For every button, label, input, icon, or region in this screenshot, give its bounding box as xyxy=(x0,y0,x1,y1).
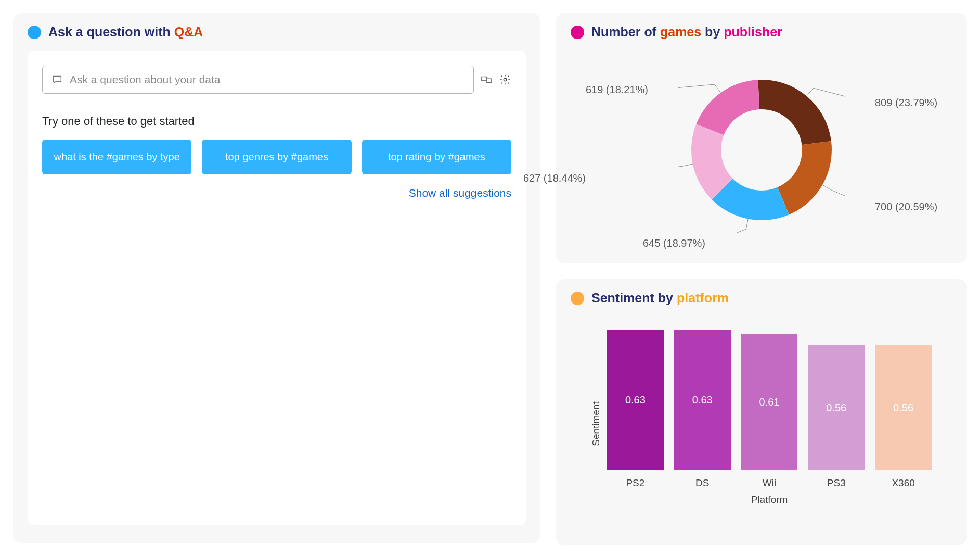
suggestion-chip-2[interactable]: top rating by #games xyxy=(362,140,511,174)
donut-label: 700 (20.59%) xyxy=(875,201,937,213)
donut-slice[interactable] xyxy=(696,80,759,135)
svg-rect-1 xyxy=(486,79,491,82)
svg-point-2 xyxy=(504,78,507,81)
convert-icon[interactable] xyxy=(480,73,493,86)
bar-title: Sentiment by platform xyxy=(571,290,952,306)
bar-ylabel: Sentiment xyxy=(590,401,602,446)
bar[interactable]: 0.63 xyxy=(607,330,664,470)
bar[interactable]: 0.56 xyxy=(808,345,865,470)
suggestion-chip-0[interactable]: what is the #games by type xyxy=(42,140,191,174)
qna-title-seg2: Q&A xyxy=(174,24,203,39)
donut-title: Number of games by publisher xyxy=(571,24,952,40)
qna-title-seg1: Ask a question with xyxy=(48,24,174,39)
qna-input[interactable] xyxy=(70,73,465,86)
donut-label: 619 (18.21%) xyxy=(586,84,648,96)
suggestion-chip-1[interactable]: top genres by #games xyxy=(202,140,351,174)
bar-category-label: Wii xyxy=(763,477,776,489)
gear-icon[interactable] xyxy=(499,73,511,86)
bar-category-label: DS xyxy=(695,477,709,489)
dot-icon xyxy=(571,292,584,305)
bars-area: 0.63PS20.63DS0.61Wii0.56PS30.56X360 xyxy=(602,333,937,489)
bar-chart: Sentiment 0.63PS20.63DS0.61Wii0.56PS30.5… xyxy=(571,317,952,530)
publisher-donut-card: Number of games by publisher 809 (23.79%… xyxy=(556,13,967,263)
bar-col: 0.61Wii xyxy=(741,334,798,489)
try-label: Try one of these to get started xyxy=(42,115,511,128)
qna-title: Ask a question with Q&A xyxy=(28,24,526,40)
bar-xlabel: Platform xyxy=(602,494,937,506)
donut-slice[interactable] xyxy=(758,80,831,145)
donut-title-seg2: games xyxy=(660,24,701,39)
donut-slice[interactable] xyxy=(778,141,832,214)
dot-icon xyxy=(571,26,584,39)
bar-col: 0.56X360 xyxy=(875,345,932,489)
bar-title-seg2: platform xyxy=(677,290,729,305)
qna-body: Try one of these to get started what is … xyxy=(28,51,526,525)
bar-col: 0.63DS xyxy=(674,330,731,489)
donut-label: 627 (18.44%) xyxy=(523,172,586,184)
bar-title-seg1: Sentiment by xyxy=(591,290,677,305)
donut-label: 645 (18.97%) xyxy=(643,237,705,249)
svg-rect-0 xyxy=(482,77,486,81)
bar-category-label: X360 xyxy=(892,477,914,489)
donut-label: 809 (23.79%) xyxy=(875,97,937,109)
chat-icon xyxy=(51,73,63,86)
qna-card: Ask a question with Q&A Try one of these xyxy=(13,13,540,543)
bar[interactable]: 0.63 xyxy=(674,330,731,470)
qna-input-container[interactable] xyxy=(42,66,474,94)
bar-category-label: PS2 xyxy=(626,477,644,489)
donut-chart: 809 (23.79%)700 (20.59%)645 (18.97%)627 … xyxy=(571,51,952,249)
bar-col: 0.56PS3 xyxy=(808,345,865,489)
donut-svg xyxy=(678,67,845,233)
bar[interactable]: 0.56 xyxy=(875,345,932,470)
bar-category-label: PS3 xyxy=(827,477,846,489)
bar-col: 0.63PS2 xyxy=(607,330,664,489)
donut-title-seg4: publisher xyxy=(724,24,782,39)
dot-icon xyxy=(28,26,41,39)
qna-input-row xyxy=(42,66,511,94)
sentiment-bar-card: Sentiment by platform Sentiment 0.63PS20… xyxy=(556,279,967,545)
show-all-link[interactable]: Show all suggestions xyxy=(42,187,511,199)
donut-title-seg3: by xyxy=(701,24,724,39)
bar[interactable]: 0.61 xyxy=(741,334,798,470)
suggestions-row: what is the #games by type top genres by… xyxy=(42,140,511,174)
donut-title-seg1: Number of xyxy=(591,24,660,39)
